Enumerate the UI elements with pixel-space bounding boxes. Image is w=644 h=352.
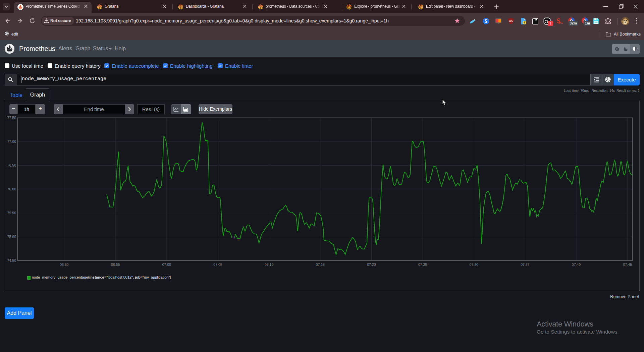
svg-text:07:00: 07:00 [162,262,171,267]
svg-text:75.00: 75.00 [7,235,16,239]
svg-text:07:15: 07:15 [316,262,325,267]
svg-text:75.50: 75.50 [7,211,16,215]
svg-text:76.50: 76.50 [7,163,16,167]
svg-text:76.00: 76.00 [7,187,16,191]
svg-text:06:50: 06:50 [60,262,68,267]
svg-text:07:45: 07:45 [623,262,632,267]
svg-text:07:35: 07:35 [521,262,529,267]
svg-text:07:30: 07:30 [470,262,478,267]
svg-text:07:05: 07:05 [213,262,222,267]
svg-text:07:25: 07:25 [418,262,427,267]
svg-text:74.50: 74.50 [7,258,16,262]
svg-text:07:40: 07:40 [572,262,581,267]
svg-text:77.50: 77.50 [7,116,16,120]
svg-text:77.00: 77.00 [7,139,16,143]
svg-text:07:20: 07:20 [367,262,376,267]
svg-text:07:10: 07:10 [265,262,273,267]
svg-text:06:55: 06:55 [111,262,120,267]
